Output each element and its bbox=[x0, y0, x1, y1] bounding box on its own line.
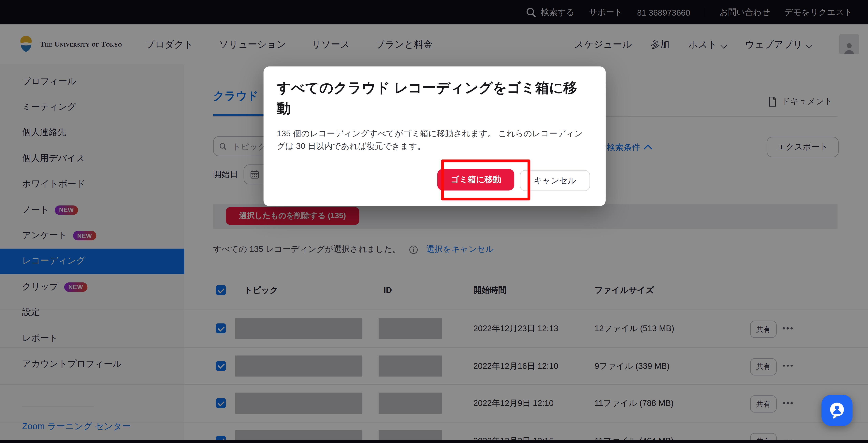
chat-bubble-icon bbox=[827, 401, 847, 420]
move-to-trash-modal: すべてのクラウド レコーディングをゴミ箱に移動 135 個のレコーディングすべて… bbox=[264, 66, 606, 206]
modal-body-text: 135 個のレコーディングすべてがゴミ箱に移動されます。 これらのレコーディング… bbox=[277, 127, 585, 152]
action-highlight-box bbox=[441, 160, 530, 200]
chat-support-button[interactable] bbox=[822, 395, 852, 426]
page: 検索する サポート 81 368973660 お問い合わせ デモをリクエスト T… bbox=[0, 0, 868, 443]
modal-title: すべてのクラウド レコーディングをゴミ箱に移動 bbox=[277, 77, 580, 119]
cancel-button[interactable]: キャンセル bbox=[520, 170, 590, 191]
